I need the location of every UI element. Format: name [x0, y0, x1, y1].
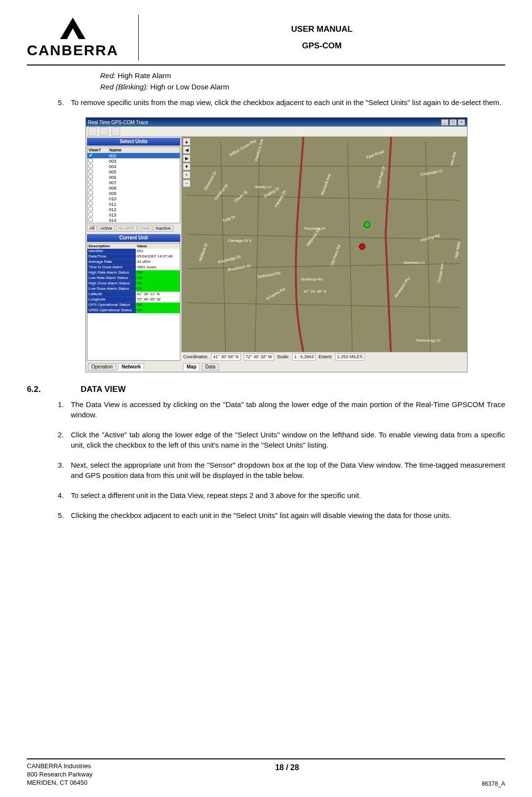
section-title: DATA VIEW: [81, 385, 126, 394]
unit-row[interactable]: 011: [87, 201, 180, 207]
unit-checkbox[interactable]: [88, 174, 93, 179]
left-bottom-tabs: Operation Network: [86, 361, 185, 372]
dv-step-3: Next, select the appropriate unit from t…: [66, 460, 505, 480]
status-extent: 2.253 MILES: [335, 353, 364, 361]
cu-value: OK: [136, 270, 180, 276]
unit-checkbox[interactable]: [88, 185, 93, 190]
unit-name: 009: [108, 191, 180, 196]
main-bottom-tabs: Map Data: [181, 361, 467, 372]
close-button[interactable]: ×: [458, 119, 465, 126]
cu-desc: High Dose Alarm Status: [87, 281, 136, 286]
cu-row: UR60 Operational StatusOK: [87, 308, 180, 313]
data-view-steps: The Data View is accessed by clicking on…: [44, 399, 505, 520]
unit-name: 007: [108, 180, 180, 185]
section-number: 6.2.: [27, 385, 81, 394]
col-name: Name: [108, 147, 180, 153]
unit-row[interactable]: 010: [87, 196, 180, 201]
canberra-logo-icon: [58, 17, 87, 41]
logo-text: CANBERRA: [27, 42, 119, 59]
unit-row[interactable]: 007: [87, 180, 180, 185]
gps-unit-marker-alarm[interactable]: [359, 244, 365, 250]
doc-subtitle: GPS-COM: [139, 38, 505, 54]
map-canvas[interactable]: 41° 29' 38" N Wilbur Cross Pky Elmwood D…: [182, 137, 467, 361]
cu-desc: Low Dose Alarm Status: [87, 286, 136, 292]
tab-network[interactable]: Network: [118, 363, 144, 370]
red-label: Red:: [100, 71, 116, 80]
unit-checkbox[interactable]: [88, 223, 93, 223]
page-number: 18 / 28: [275, 762, 299, 772]
pan-left-icon[interactable]: ◀: [183, 146, 191, 154]
select-units-header: Select Units: [87, 138, 180, 146]
unit-row[interactable]: 013: [87, 212, 180, 217]
cu-row: Low Rate Alarm StatusOK: [87, 276, 180, 281]
cu-row: Longitude72° 46' 05" W: [87, 297, 180, 302]
unit-checkbox[interactable]: [88, 191, 93, 195]
tab-data[interactable]: Data: [202, 363, 219, 370]
unit-checkbox[interactable]: [88, 207, 93, 211]
svg-text:Northrup Rd: Northrup Rd: [301, 277, 322, 281]
cu-value: 2801 hours: [136, 265, 180, 270]
cu-row: Latitude41° 30' 11" N: [87, 292, 180, 297]
unit-checkbox[interactable]: [88, 201, 93, 206]
unit-row[interactable]: 003: [87, 158, 180, 164]
unit-row[interactable]: 014: [87, 217, 180, 223]
unit-row[interactable]: 006: [87, 174, 180, 180]
left-side-panel: Select Units View? Name 0020030040050060…: [86, 137, 182, 362]
unit-name: 003: [108, 159, 180, 164]
unit-row[interactable]: 009: [87, 191, 180, 196]
footer-company: CANBERRA Industries: [27, 762, 92, 771]
toolbar-globe-icon[interactable]: [100, 127, 108, 136]
unit-checkbox[interactable]: [88, 153, 93, 157]
select-units-list[interactable]: View? Name 00200300400500600700800901001…: [87, 147, 180, 223]
dv-step-2: Click the "Active" tab along the lower e…: [66, 430, 505, 450]
svg-text:Sandy Ln: Sandy Ln: [255, 185, 272, 189]
cu-value: OK: [136, 308, 180, 313]
unit-checkbox[interactable]: [88, 196, 93, 200]
unit-checkbox[interactable]: [88, 217, 93, 222]
cu-desc: Average Rate: [87, 259, 136, 265]
cu-value: OK: [136, 276, 180, 281]
unit-row[interactable]: 004: [87, 164, 180, 169]
unit-checkbox[interactable]: [88, 158, 93, 163]
unit-checkbox[interactable]: [88, 169, 93, 173]
unit-checkbox[interactable]: [88, 180, 93, 184]
minimize-button[interactable]: _: [441, 119, 448, 126]
section-heading: 6.2. DATA VIEW: [27, 385, 505, 394]
step-5: To remove specific units from the map vi…: [66, 97, 505, 108]
map-nav-controls[interactable]: ▲ ◀ ▶ ▼ + −: [183, 138, 191, 187]
dv-step-1: The Data View is accessed by clicking on…: [66, 399, 505, 420]
cu-desc: Latitude: [87, 292, 136, 297]
filter-all[interactable]: All: [87, 225, 97, 232]
map-area[interactable]: 41° 29' 38" N Wilbur Cross Pky Elmwood D…: [182, 137, 467, 362]
unit-row[interactable]: 002: [87, 153, 180, 158]
unit-row[interactable]: 012: [87, 207, 180, 212]
cu-row: Identifier001: [87, 249, 180, 254]
col-view: View?: [87, 147, 108, 153]
tab-map[interactable]: Map: [183, 363, 200, 370]
red-blink-text: High or Low Dose Alarm: [148, 83, 229, 91]
unit-name: 014: [108, 218, 180, 223]
unit-row[interactable]: 005: [87, 169, 180, 174]
footer-address: CANBERRA Industries 800 Research Parkway…: [27, 762, 92, 787]
toolbar-print-icon[interactable]: [111, 127, 120, 136]
unit-row[interactable]: 008: [87, 185, 180, 191]
zoom-in-icon[interactable]: +: [183, 171, 191, 179]
toolbar-save-icon[interactable]: [88, 127, 97, 136]
tab-operation[interactable]: Operation: [88, 363, 116, 370]
pan-down-icon[interactable]: ▼: [183, 163, 191, 171]
filter-active[interactable]: Active: [98, 225, 115, 232]
cu-row: High Rate Alarm StatusOK: [87, 270, 180, 276]
gps-unit-marker[interactable]: [364, 222, 370, 228]
pan-up-icon[interactable]: ▲: [183, 138, 191, 146]
filter-inactive[interactable]: Inactive: [153, 225, 173, 232]
pan-right-icon[interactable]: ▶: [183, 154, 191, 162]
unit-checkbox[interactable]: [88, 212, 93, 216]
unit-row[interactable]: 015: [87, 223, 180, 223]
filter-nogps[interactable]: No GPS: [116, 225, 137, 232]
filter-fault[interactable]: Fault: [138, 225, 152, 232]
unit-checkbox[interactable]: [88, 164, 93, 168]
zoom-out-icon[interactable]: −: [183, 179, 191, 187]
status-scale: 1 : 6,3963: [292, 353, 316, 361]
maximize-button[interactable]: □: [449, 119, 457, 126]
status-lat: 41° 30' 56" N: [211, 353, 241, 361]
